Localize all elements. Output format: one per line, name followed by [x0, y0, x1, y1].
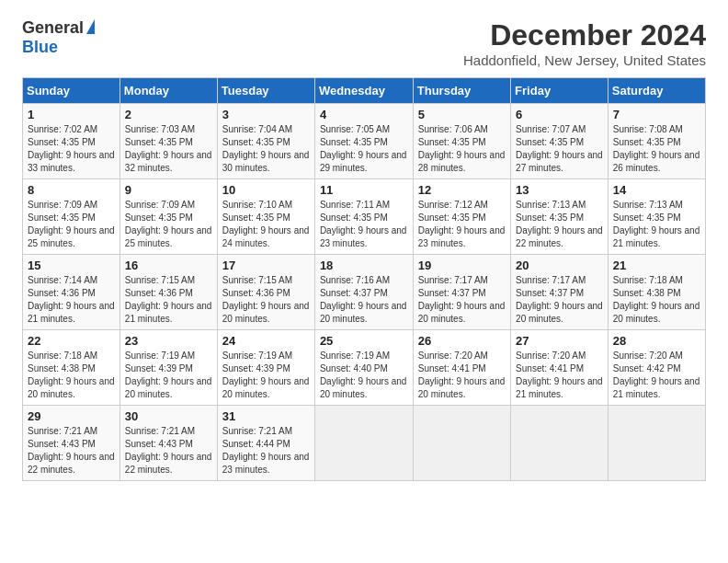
day-cell — [314, 406, 413, 481]
day-number: 17 — [222, 259, 310, 272]
day-info: Sunrise: 7:03 AM Sunset: 4:35 PM Dayligh… — [125, 123, 212, 175]
header: General Blue December 2024 Haddonfield, … — [22, 18, 706, 68]
header-friday: Friday — [511, 78, 609, 104]
day-cell: 25 Sunrise: 7:19 AM Sunset: 4:40 PM Dayl… — [314, 330, 413, 406]
day-info: Sunrise: 7:18 AM Sunset: 4:38 PM Dayligh… — [613, 274, 700, 326]
day-number: 13 — [516, 183, 603, 197]
day-cell: 11 Sunrise: 7:11 AM Sunset: 4:35 PM Dayl… — [314, 179, 413, 255]
header-row: SundayMondayTuesdayWednesdayThursdayFrid… — [23, 78, 706, 104]
day-number: 7 — [613, 108, 700, 121]
day-cell: 12 Sunrise: 7:12 AM Sunset: 4:35 PM Dayl… — [413, 179, 510, 255]
day-info: Sunrise: 7:16 AM Sunset: 4:37 PM Dayligh… — [320, 274, 408, 326]
title-area: December 2024 Haddonfield, New Jersey, U… — [463, 18, 706, 68]
day-cell: 26 Sunrise: 7:20 AM Sunset: 4:41 PM Dayl… — [413, 330, 510, 406]
header-saturday: Saturday — [608, 78, 705, 104]
day-info: Sunrise: 7:20 AM Sunset: 4:41 PM Dayligh… — [516, 350, 603, 401]
day-cell: 27 Sunrise: 7:20 AM Sunset: 4:41 PM Dayl… — [511, 330, 609, 406]
day-number: 18 — [320, 259, 408, 272]
day-info: Sunrise: 7:15 AM Sunset: 4:36 PM Dayligh… — [125, 274, 212, 326]
day-number: 20 — [516, 259, 603, 272]
day-cell: 29 Sunrise: 7:21 AM Sunset: 4:43 PM Dayl… — [23, 406, 120, 481]
day-cell: 8 Sunrise: 7:09 AM Sunset: 4:35 PM Dayli… — [23, 179, 120, 255]
day-cell: 17 Sunrise: 7:15 AM Sunset: 4:36 PM Dayl… — [217, 255, 314, 330]
day-number: 3 — [222, 108, 310, 121]
day-info: Sunrise: 7:19 AM Sunset: 4:39 PM Dayligh… — [222, 350, 310, 401]
day-number: 19 — [418, 259, 506, 272]
day-number: 31 — [222, 409, 310, 423]
day-cell: 15 Sunrise: 7:14 AM Sunset: 4:36 PM Dayl… — [23, 255, 120, 330]
month-title: December 2024 — [463, 18, 706, 52]
logo-general: General — [22, 18, 84, 38]
day-cell: 24 Sunrise: 7:19 AM Sunset: 4:39 PM Dayl… — [217, 330, 314, 406]
day-info: Sunrise: 7:07 AM Sunset: 4:35 PM Dayligh… — [516, 123, 603, 175]
day-number: 28 — [613, 334, 700, 348]
day-number: 5 — [418, 108, 506, 121]
day-cell: 16 Sunrise: 7:15 AM Sunset: 4:36 PM Dayl… — [119, 255, 217, 330]
day-cell: 13 Sunrise: 7:13 AM Sunset: 4:35 PM Dayl… — [511, 179, 609, 255]
day-info: Sunrise: 7:09 AM Sunset: 4:35 PM Dayligh… — [125, 199, 212, 250]
logo-icon — [86, 19, 95, 34]
week-row-1: 1 Sunrise: 7:02 AM Sunset: 4:35 PM Dayli… — [23, 104, 706, 179]
day-info: Sunrise: 7:13 AM Sunset: 4:35 PM Dayligh… — [516, 199, 603, 250]
day-number: 9 — [125, 183, 212, 197]
day-number: 29 — [28, 409, 115, 423]
day-info: Sunrise: 7:17 AM Sunset: 4:37 PM Dayligh… — [418, 274, 506, 326]
day-number: 24 — [222, 334, 310, 348]
day-cell: 1 Sunrise: 7:02 AM Sunset: 4:35 PM Dayli… — [23, 104, 120, 179]
day-number: 11 — [320, 183, 408, 197]
day-info: Sunrise: 7:13 AM Sunset: 4:35 PM Dayligh… — [613, 199, 700, 250]
day-cell: 30 Sunrise: 7:21 AM Sunset: 4:43 PM Dayl… — [119, 406, 217, 481]
day-number: 23 — [125, 334, 212, 348]
week-row-5: 29 Sunrise: 7:21 AM Sunset: 4:43 PM Dayl… — [23, 406, 706, 481]
day-cell: 22 Sunrise: 7:18 AM Sunset: 4:38 PM Dayl… — [23, 330, 120, 406]
day-cell: 9 Sunrise: 7:09 AM Sunset: 4:35 PM Dayli… — [119, 179, 217, 255]
header-sunday: Sunday — [23, 78, 120, 104]
day-cell: 14 Sunrise: 7:13 AM Sunset: 4:35 PM Dayl… — [608, 179, 705, 255]
day-cell — [608, 406, 705, 481]
day-cell: 5 Sunrise: 7:06 AM Sunset: 4:35 PM Dayli… — [413, 104, 510, 179]
day-number: 27 — [516, 334, 603, 348]
day-cell: 31 Sunrise: 7:21 AM Sunset: 4:44 PM Dayl… — [217, 406, 314, 481]
day-info: Sunrise: 7:20 AM Sunset: 4:41 PM Dayligh… — [418, 350, 506, 401]
day-number: 1 — [28, 108, 115, 121]
day-number: 4 — [320, 108, 408, 121]
day-info: Sunrise: 7:21 AM Sunset: 4:43 PM Dayligh… — [125, 425, 212, 477]
day-cell: 10 Sunrise: 7:10 AM Sunset: 4:35 PM Dayl… — [217, 179, 314, 255]
day-cell: 7 Sunrise: 7:08 AM Sunset: 4:35 PM Dayli… — [608, 104, 705, 179]
day-info: Sunrise: 7:12 AM Sunset: 4:35 PM Dayligh… — [418, 199, 506, 250]
header-thursday: Thursday — [413, 78, 510, 104]
day-info: Sunrise: 7:08 AM Sunset: 4:35 PM Dayligh… — [613, 123, 700, 175]
day-info: Sunrise: 7:17 AM Sunset: 4:37 PM Dayligh… — [516, 274, 603, 326]
day-cell: 21 Sunrise: 7:18 AM Sunset: 4:38 PM Dayl… — [608, 255, 705, 330]
logo: General Blue — [22, 18, 95, 57]
day-info: Sunrise: 7:20 AM Sunset: 4:42 PM Dayligh… — [613, 350, 700, 401]
day-info: Sunrise: 7:02 AM Sunset: 4:35 PM Dayligh… — [28, 123, 115, 175]
week-row-2: 8 Sunrise: 7:09 AM Sunset: 4:35 PM Dayli… — [23, 179, 706, 255]
day-number: 25 — [320, 334, 408, 348]
logo-blue: Blue — [22, 38, 58, 57]
week-row-3: 15 Sunrise: 7:14 AM Sunset: 4:36 PM Dayl… — [23, 255, 706, 330]
day-cell: 6 Sunrise: 7:07 AM Sunset: 4:35 PM Dayli… — [511, 104, 609, 179]
day-number: 2 — [125, 108, 212, 121]
day-info: Sunrise: 7:10 AM Sunset: 4:35 PM Dayligh… — [222, 199, 310, 250]
day-number: 26 — [418, 334, 506, 348]
day-number: 14 — [613, 183, 700, 197]
header-wednesday: Wednesday — [314, 78, 413, 104]
week-row-4: 22 Sunrise: 7:18 AM Sunset: 4:38 PM Dayl… — [23, 330, 706, 406]
day-cell: 23 Sunrise: 7:19 AM Sunset: 4:39 PM Dayl… — [119, 330, 217, 406]
header-tuesday: Tuesday — [217, 78, 314, 104]
day-number: 10 — [222, 183, 310, 197]
day-number: 16 — [125, 259, 212, 272]
day-cell: 28 Sunrise: 7:20 AM Sunset: 4:42 PM Dayl… — [608, 330, 705, 406]
day-number: 30 — [125, 409, 212, 423]
calendar-table: SundayMondayTuesdayWednesdayThursdayFrid… — [22, 77, 706, 481]
day-cell: 19 Sunrise: 7:17 AM Sunset: 4:37 PM Dayl… — [413, 255, 510, 330]
header-monday: Monday — [119, 78, 217, 104]
day-info: Sunrise: 7:19 AM Sunset: 4:40 PM Dayligh… — [320, 350, 408, 401]
day-number: 12 — [418, 183, 506, 197]
day-info: Sunrise: 7:18 AM Sunset: 4:38 PM Dayligh… — [28, 350, 115, 401]
day-cell: 4 Sunrise: 7:05 AM Sunset: 4:35 PM Dayli… — [314, 104, 413, 179]
day-cell: 2 Sunrise: 7:03 AM Sunset: 4:35 PM Dayli… — [119, 104, 217, 179]
day-number: 22 — [28, 334, 115, 348]
day-info: Sunrise: 7:19 AM Sunset: 4:39 PM Dayligh… — [125, 350, 212, 401]
